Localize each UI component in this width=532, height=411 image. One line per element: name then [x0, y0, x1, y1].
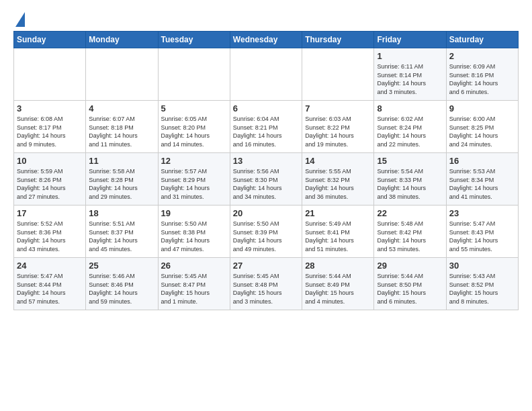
- day-cell: [158, 48, 230, 101]
- logo: [13, 11, 25, 27]
- day-number: 12: [161, 156, 227, 166]
- day-cell: [14, 48, 86, 101]
- day-cell: 5Sunrise: 6:05 AM Sunset: 8:20 PM Daylig…: [158, 101, 230, 153]
- day-info: Sunrise: 5:51 AM Sunset: 8:37 PM Dayligh…: [89, 220, 154, 253]
- day-info: Sunrise: 6:00 AM Sunset: 8:25 PM Dayligh…: [449, 115, 515, 148]
- day-info: Sunrise: 6:07 AM Sunset: 8:18 PM Dayligh…: [89, 115, 154, 148]
- day-number: 6: [233, 103, 299, 113]
- week-row-5: 24Sunrise: 5:47 AM Sunset: 8:44 PM Dayli…: [14, 258, 519, 310]
- day-info: Sunrise: 5:46 AM Sunset: 8:46 PM Dayligh…: [89, 272, 154, 306]
- calendar-table: SundayMondayTuesdayWednesdayThursdayFrid…: [13, 31, 519, 310]
- day-info: Sunrise: 5:50 AM Sunset: 8:39 PM Dayligh…: [233, 220, 299, 253]
- day-cell: 16Sunrise: 5:53 AM Sunset: 8:34 PM Dayli…: [446, 153, 518, 205]
- day-cell: 25Sunrise: 5:46 AM Sunset: 8:46 PM Dayli…: [86, 258, 158, 310]
- page: SundayMondayTuesdayWednesdayThursdayFrid…: [0, 0, 532, 317]
- day-number: 3: [17, 103, 83, 113]
- day-info: Sunrise: 5:56 AM Sunset: 8:30 PM Dayligh…: [233, 167, 299, 201]
- week-row-2: 3Sunrise: 6:08 AM Sunset: 8:17 PM Daylig…: [14, 101, 519, 153]
- day-cell: 3Sunrise: 6:08 AM Sunset: 8:17 PM Daylig…: [14, 101, 86, 153]
- day-cell: 30Sunrise: 5:43 AM Sunset: 8:52 PM Dayli…: [446, 258, 518, 310]
- day-info: Sunrise: 5:44 AM Sunset: 8:50 PM Dayligh…: [377, 272, 443, 306]
- header-cell-monday: Monday: [86, 32, 158, 48]
- day-number: 30: [449, 261, 515, 271]
- day-cell: [86, 48, 158, 101]
- day-number: 5: [161, 103, 227, 113]
- day-info: Sunrise: 6:08 AM Sunset: 8:17 PM Dayligh…: [17, 115, 83, 148]
- day-cell: 21Sunrise: 5:49 AM Sunset: 8:41 PM Dayli…: [302, 205, 374, 258]
- day-number: 17: [17, 208, 83, 218]
- day-number: 4: [89, 103, 154, 113]
- day-info: Sunrise: 5:52 AM Sunset: 8:36 PM Dayligh…: [17, 220, 83, 253]
- day-number: 10: [17, 156, 83, 166]
- day-number: 19: [161, 208, 227, 218]
- day-number: 24: [17, 261, 83, 271]
- day-cell: 10Sunrise: 5:59 AM Sunset: 8:26 PM Dayli…: [14, 153, 86, 205]
- day-number: 23: [449, 208, 515, 218]
- day-cell: 20Sunrise: 5:50 AM Sunset: 8:39 PM Dayli…: [230, 205, 302, 258]
- day-cell: 11Sunrise: 5:58 AM Sunset: 8:28 PM Dayli…: [86, 153, 158, 205]
- day-info: Sunrise: 6:05 AM Sunset: 8:20 PM Dayligh…: [161, 115, 227, 148]
- week-row-3: 10Sunrise: 5:59 AM Sunset: 8:26 PM Dayli…: [14, 153, 519, 205]
- header-cell-tuesday: Tuesday: [158, 32, 230, 48]
- day-cell: 7Sunrise: 6:03 AM Sunset: 8:22 PM Daylig…: [302, 101, 374, 153]
- day-cell: 15Sunrise: 5:54 AM Sunset: 8:33 PM Dayli…: [374, 153, 446, 205]
- header-row: SundayMondayTuesdayWednesdayThursdayFrid…: [14, 32, 519, 48]
- day-cell: 24Sunrise: 5:47 AM Sunset: 8:44 PM Dayli…: [14, 258, 86, 310]
- header-cell-saturday: Saturday: [446, 32, 518, 48]
- day-cell: 8Sunrise: 6:02 AM Sunset: 8:24 PM Daylig…: [374, 101, 446, 153]
- day-cell: 1Sunrise: 6:11 AM Sunset: 8:14 PM Daylig…: [374, 48, 446, 101]
- day-cell: 18Sunrise: 5:51 AM Sunset: 8:37 PM Dayli…: [86, 205, 158, 258]
- day-number: 27: [233, 261, 299, 271]
- day-number: 15: [377, 156, 443, 166]
- day-info: Sunrise: 5:53 AM Sunset: 8:34 PM Dayligh…: [449, 167, 515, 201]
- day-number: 29: [377, 261, 443, 271]
- day-cell: 13Sunrise: 5:56 AM Sunset: 8:30 PM Dayli…: [230, 153, 302, 205]
- day-info: Sunrise: 5:58 AM Sunset: 8:28 PM Dayligh…: [89, 167, 154, 201]
- day-number: 1: [377, 51, 443, 61]
- day-number: 22: [377, 208, 443, 218]
- day-cell: 27Sunrise: 5:45 AM Sunset: 8:48 PM Dayli…: [230, 258, 302, 310]
- day-cell: 4Sunrise: 6:07 AM Sunset: 8:18 PM Daylig…: [86, 101, 158, 153]
- day-cell: 19Sunrise: 5:50 AM Sunset: 8:38 PM Dayli…: [158, 205, 230, 258]
- week-row-4: 17Sunrise: 5:52 AM Sunset: 8:36 PM Dayli…: [14, 205, 519, 258]
- day-cell: 23Sunrise: 5:47 AM Sunset: 8:43 PM Dayli…: [446, 205, 518, 258]
- day-info: Sunrise: 5:47 AM Sunset: 8:44 PM Dayligh…: [17, 272, 83, 306]
- header-cell-friday: Friday: [374, 32, 446, 48]
- day-info: Sunrise: 5:55 AM Sunset: 8:32 PM Dayligh…: [305, 167, 371, 201]
- day-info: Sunrise: 5:45 AM Sunset: 8:48 PM Dayligh…: [233, 272, 299, 306]
- day-cell: 9Sunrise: 6:00 AM Sunset: 8:25 PM Daylig…: [446, 101, 518, 153]
- day-info: Sunrise: 6:04 AM Sunset: 8:21 PM Dayligh…: [233, 115, 299, 148]
- day-cell: 14Sunrise: 5:55 AM Sunset: 8:32 PM Dayli…: [302, 153, 374, 205]
- day-number: 20: [233, 208, 299, 218]
- day-number: 11: [89, 156, 154, 166]
- day-number: 9: [449, 103, 515, 113]
- day-cell: [230, 48, 302, 101]
- week-row-1: 1Sunrise: 6:11 AM Sunset: 8:14 PM Daylig…: [14, 48, 519, 101]
- day-info: Sunrise: 6:03 AM Sunset: 8:22 PM Dayligh…: [305, 115, 371, 148]
- day-info: Sunrise: 5:57 AM Sunset: 8:29 PM Dayligh…: [161, 167, 227, 201]
- day-number: 14: [305, 156, 371, 166]
- day-info: Sunrise: 6:02 AM Sunset: 8:24 PM Dayligh…: [377, 115, 443, 148]
- day-number: 21: [305, 208, 371, 218]
- day-info: Sunrise: 6:11 AM Sunset: 8:14 PM Dayligh…: [377, 62, 443, 96]
- day-number: 16: [449, 156, 515, 166]
- day-cell: 26Sunrise: 5:45 AM Sunset: 8:47 PM Dayli…: [158, 258, 230, 310]
- day-number: 8: [377, 103, 443, 113]
- day-number: 18: [89, 208, 154, 218]
- day-number: 13: [233, 156, 299, 166]
- day-number: 26: [161, 261, 227, 271]
- day-cell: 6Sunrise: 6:04 AM Sunset: 8:21 PM Daylig…: [230, 101, 302, 153]
- day-info: Sunrise: 5:50 AM Sunset: 8:38 PM Dayligh…: [161, 220, 227, 253]
- header-cell-wednesday: Wednesday: [230, 32, 302, 48]
- day-number: 25: [89, 261, 154, 271]
- day-cell: 17Sunrise: 5:52 AM Sunset: 8:36 PM Dayli…: [14, 205, 86, 258]
- day-info: Sunrise: 5:47 AM Sunset: 8:43 PM Dayligh…: [449, 220, 515, 253]
- header-cell-sunday: Sunday: [14, 32, 86, 48]
- day-info: Sunrise: 5:59 AM Sunset: 8:26 PM Dayligh…: [17, 167, 83, 201]
- day-info: Sunrise: 5:54 AM Sunset: 8:33 PM Dayligh…: [377, 167, 443, 201]
- logo-triangle-icon: [15, 12, 25, 27]
- day-cell: 22Sunrise: 5:48 AM Sunset: 8:42 PM Dayli…: [374, 205, 446, 258]
- day-info: Sunrise: 5:43 AM Sunset: 8:52 PM Dayligh…: [449, 272, 515, 306]
- day-info: Sunrise: 5:44 AM Sunset: 8:49 PM Dayligh…: [305, 272, 371, 306]
- day-cell: 2Sunrise: 6:09 AM Sunset: 8:16 PM Daylig…: [446, 48, 518, 101]
